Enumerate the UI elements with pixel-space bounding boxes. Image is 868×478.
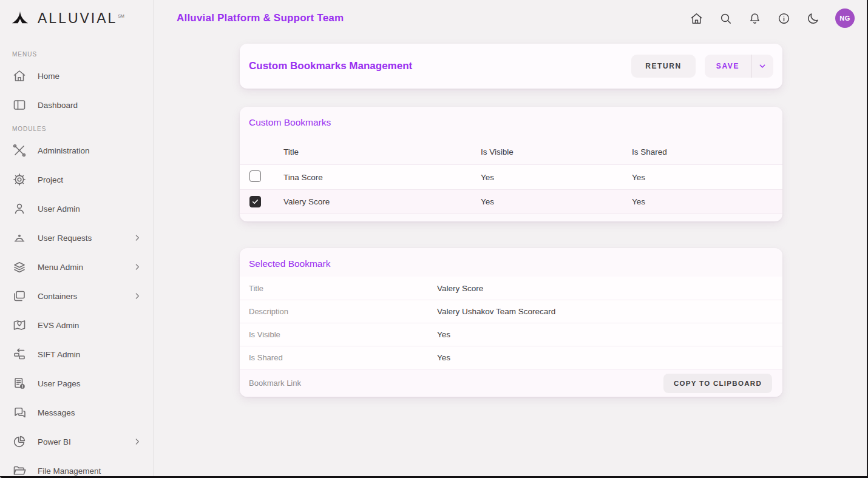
field-row: Bookmark LinkCOPY TO CLIPBOARD bbox=[240, 369, 782, 397]
nav-section-label: MENUS bbox=[0, 45, 153, 61]
sidebar-item-label: Dashboard bbox=[38, 101, 78, 110]
topbar-info-button[interactable] bbox=[773, 8, 794, 29]
sidebar-item-label: File Management bbox=[38, 466, 101, 476]
sidebar-item-label: User Requests bbox=[38, 234, 92, 243]
sidebar-item-label: Power BI bbox=[38, 437, 71, 446]
map-pin-icon bbox=[12, 318, 27, 332]
topbar-home-button[interactable] bbox=[686, 8, 707, 29]
chevron-down-icon bbox=[758, 61, 767, 71]
chevron-right-icon bbox=[132, 437, 142, 446]
sidebar-item-power-bi[interactable]: Power BI bbox=[0, 427, 153, 456]
field-value: COPY TO CLIPBOARD bbox=[437, 374, 782, 393]
table-row[interactable]: Tina ScoreYesYes bbox=[240, 164, 782, 189]
row-checkbox[interactable] bbox=[249, 196, 261, 207]
chevron-right-icon bbox=[132, 262, 142, 272]
sidebar-item-label: Project bbox=[38, 175, 63, 184]
topbar-moon-button[interactable] bbox=[802, 8, 823, 29]
bookmarks-tbody: Tina ScoreYesYesValery ScoreYesYes bbox=[240, 164, 782, 214]
field-value: Valery Ushakov Team Scorecard bbox=[437, 307, 782, 316]
sidebar-item-menu-admin[interactable]: Menu Admin bbox=[0, 252, 153, 281]
alluvial-logo-icon bbox=[11, 9, 29, 27]
home-icon bbox=[12, 69, 27, 83]
sidebar-item-messages[interactable]: Messages bbox=[0, 398, 153, 427]
table-cell-is-shared: Yes bbox=[632, 197, 782, 206]
selected-fields: TitleValery ScoreDescriptionValery Ushak… bbox=[240, 277, 782, 397]
sidebar-item-label: SIFT Admin bbox=[38, 350, 80, 359]
table-row[interactable]: Valery ScoreYesYes bbox=[240, 189, 782, 214]
user-avatar[interactable]: NG bbox=[835, 8, 855, 28]
topbar-icons: NG bbox=[686, 8, 855, 29]
field-label: Title bbox=[249, 284, 437, 293]
field-value: Yes bbox=[437, 330, 782, 339]
app-title: Alluvial Platform & Support Team bbox=[177, 12, 344, 24]
table-header-row: Title Is Visible Is Shared bbox=[240, 139, 782, 164]
sidebar-nav: MENUSHomeDashboardMODULESAdministrationP… bbox=[0, 36, 153, 478]
sidebar-item-user-requests[interactable]: User Requests bbox=[0, 223, 153, 252]
sidebar-item-dashboard[interactable]: Dashboard bbox=[0, 90, 153, 120]
table-header-title: Title bbox=[283, 147, 481, 157]
row-checkbox[interactable] bbox=[249, 170, 261, 182]
gear-icon bbox=[12, 172, 27, 187]
bell-icon bbox=[748, 12, 762, 25]
info-icon bbox=[777, 12, 791, 25]
page-title: Custom Bookmarks Management bbox=[249, 60, 412, 72]
topbar: Alluvial Platform & Support Team NG bbox=[154, 0, 868, 36]
save-button[interactable]: SAVE bbox=[705, 55, 751, 78]
topbar-search-button[interactable] bbox=[715, 8, 736, 29]
table-header-is-shared: Is Shared bbox=[632, 147, 782, 157]
sidebar-item-project[interactable]: Project bbox=[0, 165, 153, 194]
windows-icon bbox=[12, 289, 27, 303]
sidebar-item-administration[interactable]: Administration bbox=[0, 136, 153, 165]
content-scroll[interactable]: Custom Bookmarks Management RETURN SAVE bbox=[154, 36, 868, 478]
field-label: Is Shared bbox=[249, 353, 437, 362]
doc-info-icon bbox=[12, 376, 27, 391]
chevron-right-icon bbox=[132, 233, 142, 243]
selected-bookmark-panel: Selected Bookmark TitleValery ScoreDescr… bbox=[240, 248, 782, 397]
table-cell-title: Valery Score bbox=[283, 197, 481, 206]
table-cell-is-visible: Yes bbox=[481, 173, 632, 182]
sidebar-item-evs-admin[interactable]: EVS Admin bbox=[0, 311, 153, 340]
chat-icon bbox=[12, 405, 27, 420]
field-value: Valery Score bbox=[437, 284, 782, 293]
sidebar-item-label: Menu Admin bbox=[38, 263, 83, 272]
save-split-button: SAVE bbox=[705, 55, 773, 78]
sidebar-item-label: Administration bbox=[38, 146, 90, 155]
dashboard-icon bbox=[12, 98, 27, 112]
page-header-card: Custom Bookmarks Management RETURN SAVE bbox=[240, 44, 782, 89]
topbar-bell-button[interactable] bbox=[744, 8, 765, 29]
home-icon bbox=[690, 12, 704, 25]
return-button[interactable]: RETURN bbox=[631, 55, 696, 78]
sidebar: ALLUVIALSM MENUSHomeDashboardMODULESAdmi… bbox=[0, 0, 154, 478]
save-options-button[interactable] bbox=[751, 55, 773, 78]
sidebar-item-label: Containers bbox=[38, 292, 77, 301]
sidebar-item-file-management[interactable]: File Management bbox=[0, 456, 153, 478]
table-cell-is-shared: Yes bbox=[632, 173, 782, 182]
table-cell-checkbox bbox=[249, 170, 283, 184]
sidebar-collapse-toggle[interactable] bbox=[131, 12, 144, 25]
tools-icon bbox=[12, 143, 27, 158]
user-icon bbox=[12, 201, 27, 216]
main-area: Alluvial Platform & Support Team NG Cust… bbox=[154, 0, 868, 478]
table-header-is-visible: Is Visible bbox=[481, 147, 632, 157]
field-row: Is SharedYes bbox=[240, 346, 782, 369]
sidebar-item-user-admin[interactable]: User Admin bbox=[0, 194, 153, 223]
table-cell-is-visible: Yes bbox=[481, 197, 632, 206]
moon-icon bbox=[806, 12, 820, 25]
chevron-right-icon bbox=[132, 291, 142, 301]
flow-icon bbox=[12, 347, 27, 362]
field-row: Is VisibleYes bbox=[240, 323, 782, 346]
sidebar-item-label: User Admin bbox=[38, 204, 80, 214]
sidebar-item-label: EVS Admin bbox=[38, 321, 79, 330]
sidebar-item-label: User Pages bbox=[38, 379, 81, 388]
sidebar-item-sift-admin[interactable]: SIFT Admin bbox=[0, 340, 153, 369]
cloche-icon bbox=[12, 231, 27, 245]
field-label: Description bbox=[249, 307, 437, 316]
copy-to-clipboard-button[interactable]: COPY TO CLIPBOARD bbox=[663, 374, 772, 393]
sidebar-item-containers[interactable]: Containers bbox=[0, 281, 153, 311]
table-cell-checkbox bbox=[249, 196, 283, 207]
sidebar-item-user-pages[interactable]: User Pages bbox=[0, 369, 153, 398]
brand-name: ALLUVIALSM bbox=[38, 10, 124, 27]
sidebar-item-home[interactable]: Home bbox=[0, 61, 153, 90]
layers-icon bbox=[12, 260, 27, 274]
sidebar-item-label: Messages bbox=[38, 408, 75, 417]
